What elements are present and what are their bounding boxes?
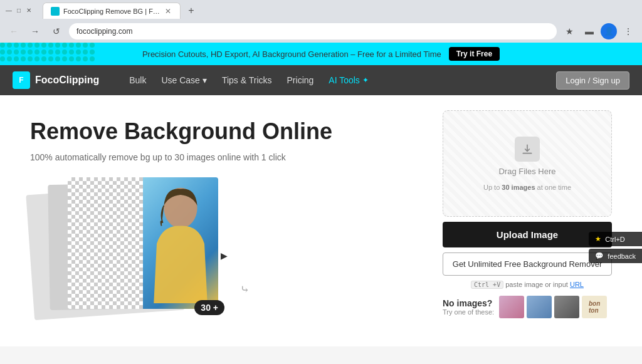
- address-text: fococlipping.com: [76, 27, 132, 36]
- browser-chrome: — □ ✕ FocoClipping Remove BG | Free... ✕…: [0, 0, 642, 43]
- no-images-section: No images? Try one of these: bonton: [443, 296, 612, 318]
- unlimited-free-button[interactable]: Get Unlimited Free Background Remover: [443, 252, 612, 276]
- download-arrow-icon: [521, 143, 534, 155]
- sample-image-bon[interactable]: bonton: [582, 296, 607, 318]
- browser-titlebar: — □ ✕ FocoClipping Remove BG | Free... ✕…: [0, 0, 642, 20]
- demo-image-inner: [68, 177, 218, 309]
- back-button[interactable]: ←: [5, 23, 23, 40]
- url-link[interactable]: URL: [570, 281, 584, 288]
- cursor-icon: ▶: [221, 251, 228, 261]
- side-shortcuts: ★ Ctrl+D 💬 feedback: [589, 232, 642, 263]
- logo-icon: F: [13, 71, 30, 89]
- banner-message: Precision Cutouts, HD Export, AI Backgro…: [142, 49, 441, 59]
- top-banner: Precision Cutouts, HD Export, AI Backgro…: [0, 43, 642, 65]
- banner-decoration: [0, 43, 100, 65]
- site-content: Precision Cutouts, HD Export, AI Backgro…: [0, 43, 642, 346]
- chat-icon: 💬: [595, 252, 604, 260]
- badge-30-plus: 30 +: [194, 300, 224, 315]
- sample-image-1[interactable]: [499, 296, 524, 318]
- sample-images: bonton: [499, 296, 607, 318]
- person-silhouette: [143, 184, 218, 309]
- try-free-button[interactable]: Try it Free: [449, 47, 500, 61]
- sample-image-2[interactable]: [527, 296, 552, 318]
- nav-pricing[interactable]: Pricing: [287, 75, 314, 85]
- ctrl-v-shortcut: Ctrl +V: [471, 281, 503, 289]
- extensions-button[interactable]: ▬: [581, 23, 598, 40]
- nav-ai-tools[interactable]: AI Tools ✦: [329, 75, 369, 85]
- profile-button[interactable]: 👤: [601, 23, 617, 39]
- ctrl-d-shortcut[interactable]: ★ Ctrl+D: [589, 232, 642, 246]
- feedback-button[interactable]: 💬 feedback: [589, 249, 642, 263]
- nav-use-case[interactable]: Use Case ▾: [161, 75, 206, 85]
- sparkle-icon: ✦: [362, 76, 369, 85]
- window-controls: — □ ✕: [5, 6, 33, 14]
- hero-subtitle: 100% automatically remove bg up to 30 im…: [30, 152, 423, 162]
- arrow-dashed: ⤷: [240, 283, 250, 296]
- close-button[interactable]: ✕: [25, 6, 33, 14]
- upload-panel: Drag Files Here Up to 30 images at one t…: [443, 110, 612, 331]
- main-content: Remove Background Online 100% automatica…: [0, 95, 642, 346]
- upload-icon: [515, 137, 540, 162]
- sample-image-3[interactable]: [554, 296, 579, 318]
- bookmark-button[interactable]: ★: [560, 23, 578, 40]
- reload-button[interactable]: ↺: [48, 23, 65, 40]
- forward-button[interactable]: →: [26, 23, 44, 40]
- new-tab-button[interactable]: +: [183, 3, 199, 19]
- browser-actions: ★ ▬ 👤 ⋮: [560, 23, 637, 40]
- tab-bar: FocoClipping Remove BG | Free... ✕ +: [38, 1, 204, 19]
- drag-text: Drag Files Here: [498, 167, 555, 176]
- star-icon: ★: [595, 235, 601, 243]
- chevron-down-icon: ▾: [203, 75, 207, 85]
- tab-favicon: [51, 7, 60, 16]
- logo-text: FocoClipping: [35, 75, 99, 86]
- address-input[interactable]: fococlipping.com: [69, 23, 557, 39]
- tab-close-icon[interactable]: ✕: [164, 7, 172, 16]
- logo: F FocoClipping: [13, 71, 99, 89]
- no-images-label: No images? Try one of these:: [443, 298, 494, 316]
- demo-image-stack: 30 + ▶ ⤷: [30, 177, 231, 340]
- demo-transparent-half: [68, 177, 143, 309]
- tab-title: FocoClipping Remove BG | Free...: [63, 8, 160, 15]
- upload-drop-area[interactable]: Drag Files Here Up to 30 images at one t…: [443, 110, 612, 217]
- login-button[interactable]: Login / Sign up: [556, 71, 629, 90]
- main-nav: Bulk Use Case ▾ Tips & Tricks Pricing AI…: [129, 75, 541, 85]
- nav-bulk[interactable]: Bulk: [129, 75, 146, 85]
- site-header: F FocoClipping Bulk Use Case ▾ Tips & Tr…: [0, 65, 642, 95]
- top-banner-inner: Precision Cutouts, HD Export, AI Backgro…: [0, 43, 642, 65]
- demo-photo-half: [143, 177, 218, 309]
- upload-limit: Up to 30 images at one time: [483, 184, 571, 191]
- left-content: Remove Background Online 100% automatica…: [30, 110, 423, 331]
- paste-hint: Ctrl +V paste image or input URL: [443, 281, 612, 288]
- minimize-button[interactable]: —: [5, 6, 13, 14]
- nav-tips[interactable]: Tips & Tricks: [222, 75, 272, 85]
- maximize-button[interactable]: □: [15, 6, 23, 14]
- demo-image-front: [68, 177, 218, 309]
- menu-button[interactable]: ⋮: [619, 23, 637, 40]
- upload-image-button[interactable]: Upload Image: [443, 222, 612, 247]
- hero-title: Remove Background Online: [30, 118, 423, 145]
- active-tab[interactable]: FocoClipping Remove BG | Free... ✕: [43, 3, 181, 19]
- address-bar: ← → ↺ fococlipping.com ★ ▬ 👤 ⋮: [0, 20, 642, 43]
